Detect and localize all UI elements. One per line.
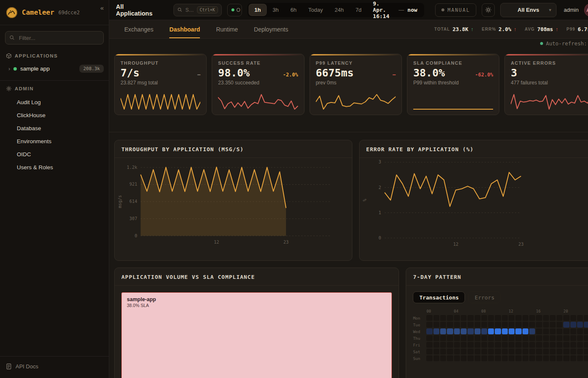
time-range-6h[interactable]: 6h xyxy=(285,4,302,16)
kpi-subtitle: 477 failures total xyxy=(511,80,588,86)
environment-select[interactable]: All Envs ▾ xyxy=(500,3,556,17)
dashboard-content: THROUGHPUT7/s–23.827 msg totalSUCCESS RA… xyxy=(109,48,588,378)
treemap-sample-app[interactable]: sample-app 38.0% SLA xyxy=(121,292,392,378)
chart1-svg: 03076149211.2k1223msg/s xyxy=(115,158,352,260)
kpi-label: SLA COMPLIANCE xyxy=(413,60,493,66)
heatmap-cell xyxy=(509,315,514,321)
connection-status-button[interactable]: O xyxy=(227,4,242,16)
kpi-delta: – xyxy=(197,72,200,78)
seven-day-pattern-panel: 7-DAY PATTERN TransactionsErrors 0004081… xyxy=(406,268,588,378)
sidebar-item-sample-app[interactable]: › sample app 208.3k xyxy=(0,61,109,76)
tab-deployments[interactable]: Deployments xyxy=(254,20,289,38)
heatmap-cell xyxy=(481,328,487,334)
heatmap-cell xyxy=(515,355,521,361)
sidebar-item-oidc[interactable]: OIDC xyxy=(0,148,109,161)
heatmap-cell xyxy=(488,355,494,361)
sidebar-item-users-roles[interactable]: Users & Roles xyxy=(0,161,109,174)
page-title: All Applications xyxy=(116,3,157,17)
svg-text:1.2k: 1.2k xyxy=(127,165,138,170)
heatmap-cell xyxy=(515,349,521,354)
tab-runtime[interactable]: Runtime xyxy=(216,20,238,38)
app-status-dot xyxy=(13,67,17,71)
heatmap-cell xyxy=(454,342,460,348)
heatmap-cell xyxy=(467,322,473,328)
sun-icon xyxy=(485,7,491,13)
package-icon xyxy=(6,53,12,59)
time-range-24h[interactable]: 24h xyxy=(329,4,349,16)
main-area: All Applications S… Ctrl+K O 1h3h6hToday… xyxy=(109,0,588,378)
sidebar-item-environments[interactable]: Environments xyxy=(0,135,109,148)
svg-text:msg/s: msg/s xyxy=(117,195,122,208)
sidebar-item-clickhouse[interactable]: ClickHouse xyxy=(0,109,109,122)
global-search-button[interactable]: S… Ctrl+K xyxy=(173,4,222,16)
admin-label-text: ADMIN xyxy=(15,86,34,91)
time-range-display[interactable]: 9. Apr. 16:14 — now xyxy=(368,0,423,19)
heatmap-cell xyxy=(529,342,535,348)
time-range-3h[interactable]: 3h xyxy=(267,4,284,16)
user-avatar[interactable]: AD xyxy=(584,4,588,16)
heatmap-cell xyxy=(447,322,453,328)
heatmap-cell xyxy=(454,355,460,361)
heatmap-day-label: Sun xyxy=(413,356,425,361)
chevron-right-icon[interactable]: › xyxy=(8,66,10,72)
svg-text:0: 0 xyxy=(378,235,381,240)
app-version: 69dcce2 xyxy=(58,10,80,16)
error-rate-chart: 01231223% xyxy=(360,158,588,260)
heatmap-cell xyxy=(488,328,494,334)
sidebar-item-database[interactable]: Database xyxy=(0,122,109,135)
heatmap-cell xyxy=(467,342,473,348)
heatmap-cell xyxy=(495,355,501,361)
heatmap-toggle-transactions[interactable]: Transactions xyxy=(413,291,465,303)
heatmap-cell xyxy=(515,328,521,334)
kpi-value: 98.0% xyxy=(218,67,249,79)
heatmap-cell xyxy=(475,335,480,341)
heatmap-hour-label: 08 xyxy=(481,309,487,314)
heatmap-cell xyxy=(488,315,494,321)
heatmap-cell xyxy=(488,335,494,341)
heatmap-cell xyxy=(536,335,542,341)
sidebar-collapse-icon[interactable]: « xyxy=(100,4,104,11)
heatmap-cell xyxy=(570,349,576,354)
heatmap-cell xyxy=(550,355,556,361)
heatmap-cell xyxy=(481,349,487,354)
tab-dashboard[interactable]: Dashboard xyxy=(169,20,200,38)
heatmap-hour-label xyxy=(577,309,583,314)
time-range-7d[interactable]: 7d xyxy=(350,4,367,16)
heatmap-cell xyxy=(556,342,562,348)
tab-exchanges[interactable]: Exchanges xyxy=(124,20,153,38)
sidebar-item-audit-log[interactable]: Audit Log xyxy=(0,96,109,109)
theme-toggle-button[interactable] xyxy=(482,3,495,17)
heatmap-cell xyxy=(447,342,453,348)
heatmap-cell xyxy=(481,315,487,321)
kpi-subtitle: prev 0ms xyxy=(316,80,396,86)
heatmap-cell xyxy=(515,322,521,328)
time-range-today[interactable]: Today xyxy=(303,4,328,16)
document-icon xyxy=(6,363,12,370)
filter-input[interactable] xyxy=(5,31,104,45)
kpi-value-row: 38.0%-62.0% xyxy=(413,67,493,79)
heatmap-cell xyxy=(556,322,562,328)
heatmap-cell xyxy=(556,349,562,354)
heatmap-cell xyxy=(536,322,542,328)
heatmap-cell xyxy=(543,349,549,354)
heatmap-cell xyxy=(577,349,583,354)
api-docs-link[interactable]: API Docs xyxy=(0,356,109,378)
trend-arrow-icon: ↑ xyxy=(514,26,516,32)
manual-refresh-button[interactable]: MANUAL xyxy=(435,3,477,17)
time-range-1h[interactable]: 1h xyxy=(249,4,266,16)
heatmap-cell xyxy=(584,315,588,321)
heatmap-toggle-errors[interactable]: Errors xyxy=(468,291,501,303)
heatmap-cell xyxy=(447,315,453,321)
app-logo-text: Cameleer xyxy=(22,8,54,16)
heatmap-hour-label xyxy=(488,309,494,314)
heatmap-cell xyxy=(529,349,535,354)
heatmap-cell xyxy=(550,315,556,321)
heatmap-cell xyxy=(529,328,535,334)
heatmap-cell xyxy=(467,355,473,361)
heatmap-cell xyxy=(536,349,542,354)
search-icon xyxy=(9,35,15,41)
treemap-app-name: sample-app xyxy=(127,297,386,302)
time-to: now xyxy=(407,7,417,13)
kpi-value-row: 98.0%-2.0% xyxy=(218,67,298,79)
heatmap-cell xyxy=(556,328,562,334)
